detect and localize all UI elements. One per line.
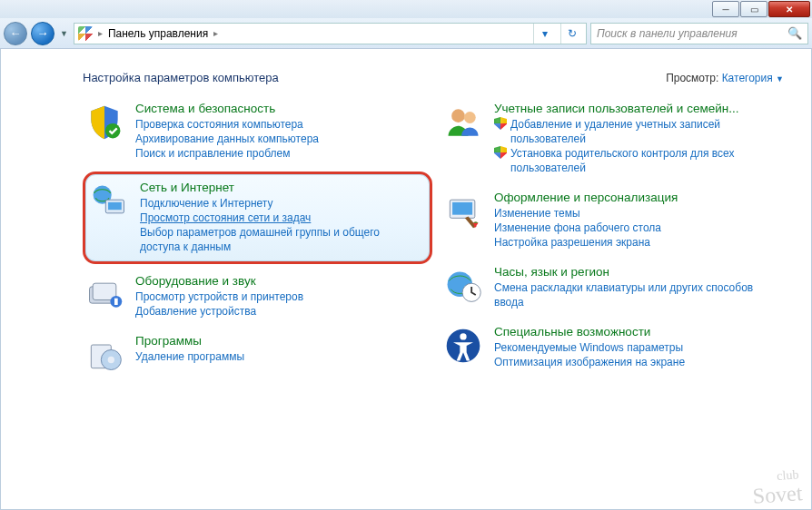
system-security-icon [83,101,126,144]
category-system-security: Система и безопасность Проверка состояни… [83,97,432,166]
category-column-left: Система и безопасность Проверка состояни… [83,97,432,382]
programs-icon [83,333,126,377]
category-sublink[interactable]: Удаление программы [135,349,427,364]
category-title-link[interactable]: Часы, язык и регион [494,265,609,279]
search-input[interactable]: Поиск в панели управления 🔍 [590,23,808,44]
category-hardware-sound: Оборудование и звук Просмотр устройств и… [83,270,432,324]
chevron-down-icon: ▼ [776,74,784,83]
network-internet-icon [87,180,131,223]
svg-point-10 [108,357,114,363]
category-sublink[interactable]: Рекомендуемые Windows параметры [494,340,786,355]
uac-shield-icon [494,146,507,159]
navigation-bar: ← → ▼ ▸ Панель управления ▸ ▾ ↻ Поиск в … [0,18,812,49]
category-title-link[interactable]: Сеть и Интернет [140,181,234,194]
category-sublink[interactable]: Смена раскладки клавиатуры или других сп… [494,280,786,309]
search-icon: 🔍 [787,26,802,40]
category-sublink[interactable]: Добавление устройства [135,304,427,319]
hardware-sound-icon [83,273,126,317]
ease-of-access-icon [441,324,485,368]
maximize-button[interactable]: ▭ [740,1,767,17]
chevron-right-icon: ▸ [213,28,218,38]
category-appearance: Оформление и персонализация Изменение те… [441,186,791,255]
category-sublink[interactable]: Добавление и удаление учетных записей по… [494,117,786,146]
category-sublink[interactable]: Проверка состояния компьютера [135,117,427,132]
category-sublink[interactable]: Архивирование данных компьютера [135,132,427,146]
category-title-link[interactable]: Оформление и персонализация [494,191,678,204]
user-accounts-icon [441,101,485,144]
address-dropdown-button[interactable]: ▾ [533,24,555,44]
category-sublink-hover[interactable]: Просмотр состояния сети и задач [140,211,422,225]
category-programs: Программы Удаление программы [83,329,432,382]
page-title: Настройка параметров компьютера [83,71,279,84]
content-header: Настройка параметров компьютера Просмотр… [83,71,791,84]
refresh-button[interactable]: ↻ [560,24,582,44]
svg-point-12 [464,112,476,123]
content-area: Настройка параметров компьютера Просмотр… [0,49,812,510]
category-clock-language-region: Часы, язык и регион Смена раскладки клав… [441,260,791,315]
appearance-icon [441,190,485,233]
control-panel-icon [78,26,93,41]
svg-point-18 [460,333,466,339]
category-sublink[interactable]: Установка родительского контроля для все… [494,146,786,175]
breadcrumb[interactable]: Панель управления [108,27,208,40]
minimize-button[interactable]: ─ [712,1,739,17]
category-sublink[interactable]: Поиск и исправление проблем [135,146,427,161]
category-title-link[interactable]: Программы [135,334,202,348]
search-placeholder: Поиск в панели управления [597,27,738,40]
window-titlebar: ─ ▭ ✕ [0,0,812,18]
svg-point-0 [105,123,121,139]
category-title-link[interactable]: Система и безопасность [135,102,275,115]
svg-rect-3 [108,202,122,210]
category-user-accounts: Учетные записи пользователей и семейн...… [441,97,791,181]
category-sublink[interactable]: Подключение к Интернету [140,196,422,211]
category-sublink[interactable]: Выбор параметров домашней группы и общег… [140,225,422,254]
nav-forward-button[interactable]: → [31,22,54,45]
nav-back-button[interactable]: ← [4,22,27,45]
watermark: club Sovet [751,466,803,505]
chevron-right-icon: ▸ [98,28,103,38]
svg-rect-14 [452,202,472,215]
category-sublink[interactable]: Просмотр устройств и принтеров [135,289,427,304]
svg-point-11 [451,109,465,123]
category-title-link[interactable]: Оборудование и звук [135,274,256,288]
category-sublink[interactable]: Настройка разрешения экрана [494,235,786,250]
category-network-internet-highlighted: Сеть и Интернет Подключение к Интернету … [83,172,432,264]
category-title-link[interactable]: Учетные записи пользователей и семейн... [494,102,738,115]
category-column-right: Учетные записи пользователей и семейн...… [441,97,791,382]
nav-history-dropdown[interactable]: ▼ [58,29,70,38]
address-bar[interactable]: ▸ Панель управления ▸ ▾ ↻ [74,23,587,44]
category-sublink[interactable]: Оптимизация изображения на экране [494,355,786,369]
view-by-control[interactable]: Просмотр: Категория ▼ [666,72,784,84]
clock-region-icon [441,264,485,308]
category-sublink[interactable]: Изменение темы [494,206,786,221]
svg-rect-7 [114,299,118,305]
category-title-link[interactable]: Специальные возможности [494,325,650,338]
category-ease-of-access: Специальные возможности Рекомендуемые Wi… [441,320,791,375]
close-button[interactable]: ✕ [768,1,810,17]
uac-shield-icon [494,117,507,130]
category-sublink[interactable]: Изменение фона рабочего стола [494,221,786,235]
